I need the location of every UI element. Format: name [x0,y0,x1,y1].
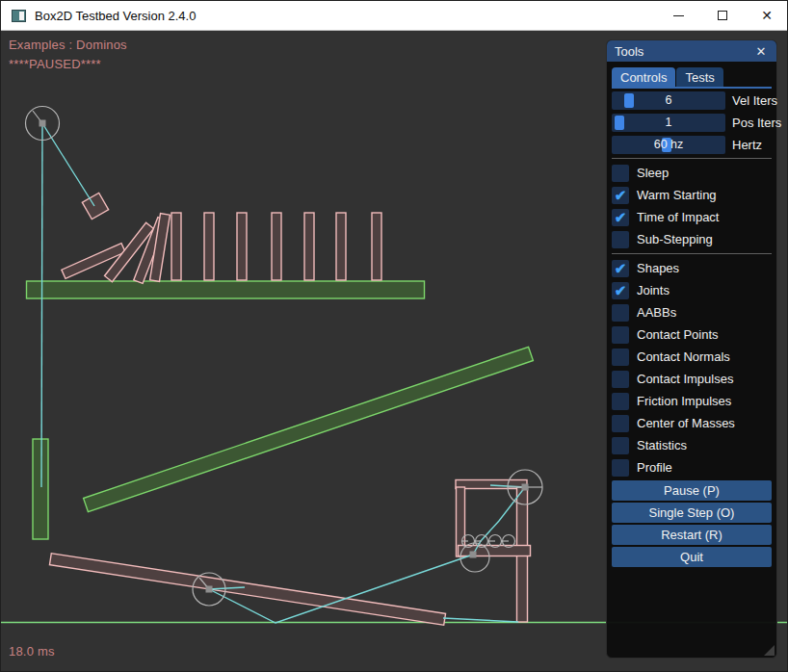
vel-iters-label: Vel Iters [732,93,777,108]
checkbox-warm-starting[interactable]: ✔ Warm Starting [612,184,772,206]
tab-tests[interactable]: Tests [676,67,722,87]
tools-panel-title: Tools [615,44,644,59]
checkbox-icon: ✔ [612,282,629,299]
joint-anchor-2 [206,586,213,593]
swinging-square [82,193,108,219]
paused-label: ****PAUSED**** [9,57,101,71]
checkbox-statistics[interactable]: ✔ Statistics [612,434,772,456]
joint-vertical-rope [41,123,42,487]
pos-iters-value: 1 [612,114,725,132]
check-icon: ✔ [615,210,627,224]
checkbox-icon: ✔ [612,393,629,410]
maximize-button[interactable] [700,1,745,31]
minimize-icon [673,15,684,16]
checkbox-label: Time of Impact [637,210,719,224]
checkbox-friction-impulses[interactable]: ✔ Friction Impulses [612,390,772,412]
standing-domino-7 [372,213,381,280]
joint-anchor-3 [522,484,529,491]
checkbox-icon: ✔ [612,209,629,226]
check-icon: ✔ [615,261,627,275]
joint-ground-segment [443,618,518,622]
checkbox-label: Shapes [637,261,679,275]
checkbox-center-of-masses[interactable]: ✔ Center of Masses [612,412,772,434]
check-icon: ✔ [615,188,627,202]
checkbox-label: Contact Points [637,327,719,342]
checkbox-contact-points[interactable]: ✔ Contact Points [612,323,772,346]
checkbox-contact-normals[interactable]: ✔ Contact Normals [612,346,772,368]
separator [612,158,772,159]
standing-domino-1 [171,213,181,280]
window-title: Box2D Testbed Version 2.4.0 [35,9,196,23]
pos-iters-row: 1 Pos Iters [612,114,772,132]
checkbox-label: Warm Starting [637,188,717,202]
pause-button[interactable]: Pause (P) [612,480,772,501]
checkbox-icon: ✔ [612,326,629,344]
tab-controls[interactable]: Controls [612,67,675,87]
checkbox-label: Joints [637,283,670,297]
tab-bar: Controls Tests [612,67,772,89]
frame-time-label: 18.0 ms [9,644,55,659]
checkbox-label: Friction Impulses [637,394,731,408]
app-icon [12,10,26,22]
tools-panel: Tools ✕ Controls Tests 6 Vel Iters 1 Pos… [606,39,777,659]
checkbox-label: Sub-Stepping [637,232,713,246]
seesaw-plank [49,554,445,625]
checkbox-icon: ✔ [612,437,629,454]
maximize-icon [718,11,727,20]
checkbox-icon: ✔ [612,304,629,322]
vel-iters-row: 6 Vel Iters [612,91,772,110]
pos-iters-slider[interactable]: 1 [612,114,725,132]
checkbox-joints[interactable]: ✔ Joints [612,279,772,301]
checkbox-sleep[interactable]: ✔ Sleep [612,162,772,184]
checkbox-label: Center of Masses [637,416,735,430]
checkbox-icon: ✔ [612,459,629,477]
checkbox-contact-impulses[interactable]: ✔ Contact Impulses [612,368,772,390]
checkbox-icon: ✔ [612,231,629,248]
checkbox-label: AABBs [637,305,676,320]
example-label: Examples : Dominos [9,38,127,52]
minimize-button[interactable] [656,1,700,31]
standing-domino-3 [237,213,247,280]
check-icon: ✔ [615,283,627,297]
standing-domino-6 [336,213,346,280]
hertz-row: 60 hz Hertz [612,136,772,154]
standing-domino-5 [304,213,314,280]
checkbox-label: Contact Normals [637,349,730,364]
hertz-slider[interactable]: 60 hz [612,136,725,154]
joint-to-square [42,123,94,206]
vertical-green-plank [33,439,48,539]
standing-domino-2 [204,213,214,280]
standing-domino-4 [272,213,281,280]
checkbox-label: Profile [637,460,672,475]
checkbox-icon: ✔ [612,187,629,204]
checkbox-label: Contact Impulses [637,372,733,386]
domino-platform [27,281,425,298]
checkbox-icon: ✔ [612,371,629,388]
joint-anchor-1 [39,120,46,127]
close-icon: ✕ [761,9,773,22]
checkbox-shapes[interactable]: ✔ Shapes [612,257,772,279]
joint-anchor-4 [470,552,477,558]
checkbox-sub-stepping[interactable]: ✔ Sub-Stepping [612,228,772,250]
hertz-label: Hertz [732,138,762,152]
pos-iters-label: Pos Iters [732,116,781,130]
checkbox-icon: ✔ [612,260,629,277]
checkbox-icon: ✔ [612,165,629,182]
restart-button[interactable]: Restart (R) [612,525,772,545]
quit-button[interactable]: Quit [612,547,772,567]
checkbox-time-of-impact[interactable]: ✔ Time of Impact [612,206,772,228]
checkbox-profile[interactable]: ✔ Profile [612,456,772,478]
separator [612,253,772,254]
tools-close-icon[interactable]: ✕ [753,44,769,59]
single-step-button[interactable]: Single Step (O) [612,503,772,523]
window-titlebar: Box2D Testbed Version 2.4.0 ✕ [1,1,788,31]
close-button[interactable]: ✕ [745,1,788,31]
checkbox-label: Sleep [637,166,669,180]
checkbox-icon: ✔ [612,415,629,432]
vel-iters-value: 6 [612,91,725,110]
hertz-value: 60 hz [612,136,725,154]
checkbox-aabbs[interactable]: ✔ AABBs [612,301,772,323]
checkbox-label: Statistics [637,438,687,452]
vel-iters-slider[interactable]: 6 [612,91,725,110]
tools-panel-header[interactable]: Tools ✕ [607,40,776,62]
